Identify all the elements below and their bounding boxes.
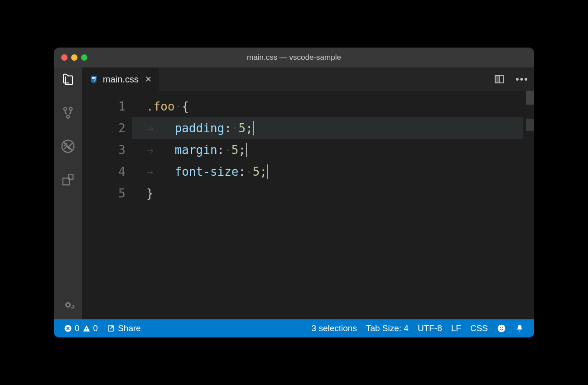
svg-point-1	[69, 107, 72, 110]
close-tab-icon[interactable]: ✕	[145, 74, 152, 84]
status-language[interactable]: CSS	[466, 323, 492, 333]
status-tab-size[interactable]: Tab Size: 4	[361, 323, 413, 333]
workbench: main.css ✕ ••• 1 2 3 4 5 .foo·{	[54, 67, 534, 319]
code-line[interactable]: .foo·{	[132, 96, 523, 117]
code-line[interactable]: → font-size:·5;	[132, 161, 523, 183]
window-controls	[61, 54, 87, 61]
status-problems[interactable]: 0 0	[59, 323, 102, 333]
debug-icon[interactable]	[61, 139, 75, 154]
warning-count: 0	[93, 323, 98, 333]
line-number: 3	[82, 139, 132, 161]
source-control-icon[interactable]	[61, 106, 75, 120]
code-editor[interactable]: 1 2 3 4 5 .foo·{ → padding:·5; → margin:…	[82, 91, 534, 319]
share-label: Share	[118, 323, 141, 333]
line-number: 2	[82, 117, 132, 139]
split-editor-icon[interactable]	[488, 74, 510, 85]
status-share[interactable]: Share	[102, 323, 145, 333]
status-eol[interactable]: LF	[447, 323, 466, 333]
minimap[interactable]	[523, 91, 534, 319]
svg-point-14	[502, 327, 503, 328]
tab-main-css[interactable]: main.css ✕	[82, 67, 159, 91]
error-count: 0	[75, 323, 80, 333]
svg-rect-9	[495, 76, 499, 83]
minimize-window-button[interactable]	[71, 54, 77, 61]
svg-point-0	[64, 107, 67, 110]
line-number-gutter: 1 2 3 4 5	[82, 91, 132, 319]
status-feedback-icon[interactable]	[492, 324, 511, 333]
cursor	[253, 121, 254, 135]
window-title: main.css — vscode-sample	[247, 53, 341, 62]
code-content[interactable]: .foo·{ → padding:·5; → margin:·5; → font…	[132, 91, 523, 319]
svg-point-13	[500, 327, 501, 328]
maximize-window-button[interactable]	[81, 54, 87, 61]
svg-point-2	[67, 116, 69, 118]
close-window-button[interactable]	[61, 54, 67, 61]
minimap-highlight	[526, 119, 534, 131]
code-line[interactable]: → padding:·5;	[132, 117, 523, 139]
cursor	[267, 164, 268, 179]
status-selections[interactable]: 3 selections	[307, 323, 361, 333]
tab-bar: main.css ✕ •••	[82, 67, 534, 91]
line-number: 4	[82, 161, 132, 183]
status-bar: 0 0 Share 3 selections Tab Size: 4 UTF-8…	[54, 319, 534, 337]
vscode-window: main.css — vscode-sample	[54, 48, 534, 337]
cursor	[246, 143, 247, 157]
svg-point-6	[66, 303, 70, 307]
activity-bar	[54, 67, 82, 319]
status-bell-icon[interactable]	[511, 324, 529, 333]
status-encoding[interactable]: UTF-8	[413, 323, 447, 333]
minimap-viewport[interactable]	[526, 91, 534, 105]
more-actions-icon[interactable]: •••	[510, 73, 534, 85]
line-number: 5	[82, 183, 132, 204]
titlebar: main.css — vscode-sample	[54, 48, 534, 67]
explorer-icon[interactable]	[61, 72, 75, 87]
settings-gear-icon[interactable]	[61, 298, 75, 312]
code-line[interactable]: → margin:·5;	[132, 139, 523, 161]
extensions-icon[interactable]	[61, 173, 75, 187]
line-number: 1	[82, 96, 132, 117]
code-line[interactable]: }	[132, 183, 523, 204]
svg-point-12	[498, 325, 506, 332]
tab-label: main.css	[103, 74, 139, 85]
editor-area: main.css ✕ ••• 1 2 3 4 5 .foo·{	[82, 67, 534, 319]
css-file-icon	[89, 75, 98, 84]
